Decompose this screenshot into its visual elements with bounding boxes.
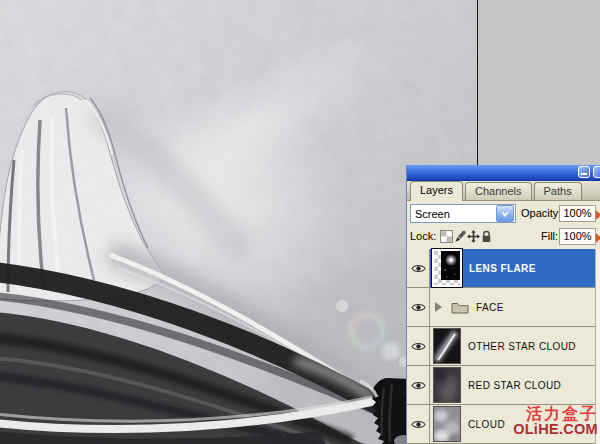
layer-thumbnail[interactable] bbox=[433, 328, 461, 364]
opacity-field[interactable]: 100% bbox=[559, 205, 596, 222]
layer-row-face[interactable]: FACE bbox=[407, 288, 600, 327]
layer-row-red-star-cloud[interactable]: RED STAR CLOUD bbox=[407, 366, 600, 405]
blend-mode-select[interactable]: Screen bbox=[410, 204, 516, 223]
layer-row-lens-flare[interactable]: LENS FLARE bbox=[407, 249, 600, 288]
tab-paths[interactable]: Paths bbox=[534, 182, 582, 200]
panel-tabs: Layers Channels Paths bbox=[407, 181, 600, 201]
layers-panel: Layers Channels Paths Screen Opacity: 10… bbox=[406, 165, 600, 444]
tab-layers[interactable]: Layers bbox=[410, 181, 463, 201]
layer-row-other-star-cloud[interactable]: OTHER STAR CLOUD bbox=[407, 327, 600, 366]
photoshop-workspace: Layers Channels Paths Screen Opacity: 10… bbox=[0, 0, 600, 444]
orange-arrow-icon[interactable] bbox=[596, 207, 600, 219]
visibility-toggle[interactable] bbox=[407, 249, 430, 287]
layer-name[interactable]: LENS FLARE bbox=[469, 263, 536, 274]
canvas-edge bbox=[477, 0, 478, 165]
layer-name[interactable]: RED STAR CLOUD bbox=[468, 380, 561, 391]
lock-paint-icon[interactable] bbox=[454, 229, 467, 242]
lock-all-icon[interactable] bbox=[480, 229, 493, 242]
layer-name[interactable]: CLOUD bbox=[468, 419, 505, 430]
minimize-button[interactable] bbox=[578, 166, 590, 178]
close-button[interactable] bbox=[593, 166, 600, 178]
watermark-chinese: 活力盒子 bbox=[513, 406, 598, 422]
layer-thumbnail[interactable] bbox=[433, 367, 461, 403]
layer-name[interactable]: FACE bbox=[476, 302, 504, 313]
tab-channels[interactable]: Channels bbox=[465, 182, 531, 200]
lock-transparency-icon[interactable] bbox=[440, 229, 453, 242]
layer-controls: Screen Opacity: 100% Lock: bbox=[407, 201, 600, 250]
layer-name[interactable]: OTHER STAR CLOUD bbox=[468, 341, 576, 352]
watermark: 活力盒子 OLiHE.COM bbox=[513, 406, 598, 437]
fill-field[interactable]: 100% bbox=[559, 228, 596, 245]
visibility-toggle[interactable] bbox=[407, 288, 430, 326]
workspace-background bbox=[478, 0, 600, 165]
opacity-label: Opacity: bbox=[521, 207, 561, 219]
eye-icon bbox=[411, 302, 426, 313]
fill-label: Fill: bbox=[541, 230, 557, 242]
panel-titlebar[interactable] bbox=[407, 165, 600, 181]
folder-icon bbox=[451, 301, 469, 314]
eye-icon bbox=[411, 380, 426, 391]
eye-icon bbox=[411, 341, 426, 352]
visibility-toggle[interactable] bbox=[407, 366, 430, 404]
lock-label: Lock: bbox=[410, 230, 436, 242]
visibility-toggle[interactable] bbox=[407, 405, 430, 443]
layer-thumbnail[interactable] bbox=[433, 406, 461, 442]
layer-thumbnail[interactable] bbox=[432, 249, 462, 287]
orange-arrow-icon[interactable] bbox=[596, 230, 600, 242]
visibility-toggle[interactable] bbox=[407, 327, 430, 365]
triangle-right-icon[interactable] bbox=[435, 302, 442, 312]
chevron-down-icon[interactable] bbox=[496, 205, 514, 222]
blend-mode-value: Screen bbox=[411, 208, 496, 220]
watermark-domain: OLiHE.COM bbox=[513, 422, 598, 437]
eye-icon bbox=[411, 419, 426, 430]
eye-icon bbox=[411, 263, 426, 274]
lock-move-icon[interactable] bbox=[467, 229, 480, 242]
